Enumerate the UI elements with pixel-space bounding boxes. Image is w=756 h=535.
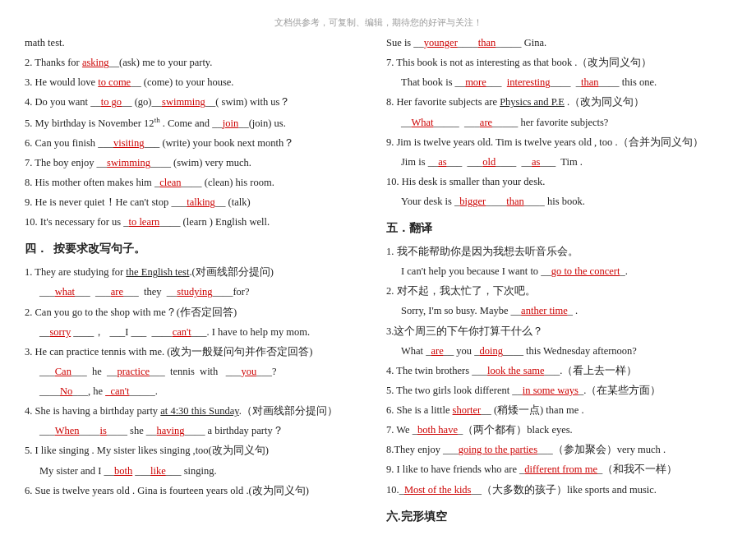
answer-most-of-kids: Most of the kids — [404, 484, 472, 496]
answer-interesting: interesting — [507, 76, 551, 88]
item-7: 7. The boy enjoy __swimming____ (swim) v… — [25, 154, 370, 173]
item-2: 2. Thanks for asking__(ask) me to your p… — [25, 53, 370, 72]
r-sue-line: Sue is __younger____than_____ Gina. — [386, 34, 731, 53]
underline-text-3: Physics and P.E — [500, 96, 565, 108]
s4-item-1-a: ___what___ ___are___ they __studying____… — [25, 283, 370, 302]
answer-what-1: what — [55, 286, 75, 297]
answer-anther-time: anther time — [521, 305, 568, 316]
s4-item-3-a1: ___Can___ he __practice___ tennis with _… — [25, 362, 370, 381]
answer-younger: younger — [424, 37, 458, 48]
r-item-10-q: 10. His desk is smaller than your desk. — [386, 173, 731, 191]
answer-join: join — [223, 118, 238, 129]
item-8: 8. His mother often makes him _clean____… — [25, 173, 370, 192]
s4-item-5-q: 5. I like singing . My sister likes sing… — [25, 441, 370, 460]
answer-than-2: than — [581, 76, 599, 88]
underline-text-2: at 4:30 this Sunday — [160, 405, 238, 417]
item-4: 4. Do you want __to go__ (go)__swimming_… — [25, 93, 370, 112]
item-5: 5. My birthday is November 12th . Come a… — [25, 113, 370, 133]
answer-asking: asking — [82, 57, 109, 68]
s5-item-2-a: Sorry, I'm so busy. Maybe __anther time_… — [386, 302, 731, 321]
answer-to-go: to go — [101, 96, 122, 108]
answer-practice: practice — [117, 366, 150, 377]
answer-what-2: What — [412, 117, 434, 128]
s5-item-8: 8.They enjoy ___going to the parties___（… — [386, 440, 731, 459]
s4-item-2-a: __sorry ____， ___I ___ ____can't___. I h… — [25, 323, 370, 342]
answer-is: is — [100, 425, 107, 436]
answer-shorter: shorter — [453, 404, 482, 416]
underline-text-1: the English test — [126, 266, 189, 278]
s5-item-3-q: 3.这个周三的下午你打算干什么？ — [386, 322, 731, 341]
answer-are-2: are — [480, 117, 492, 128]
s4-item-1-q: 1. They are studying for the English tes… — [25, 263, 370, 282]
s5-item-1-q: 1. 我不能帮助你是因为我想去听音乐会。 — [386, 242, 731, 261]
answer-cant-2: _can't — [105, 385, 129, 397]
s4-item-4-q: 4. She is having a birthday party at 4:3… — [25, 402, 370, 421]
answer-as-2: as — [532, 156, 540, 168]
answer-like: like — [150, 465, 166, 477]
s5-item-10: 10._Most of the kids__（大多数的孩子）like sport… — [386, 481, 731, 500]
watermark: 文档供参考，可复制、编辑，期待您的好评与关注！ — [25, 16, 731, 29]
left-column: math test. 2. Thanks for asking__(ask) m… — [25, 34, 370, 531]
answer-sorry: sorry — [50, 326, 71, 338]
answer-doing: doing — [479, 345, 502, 357]
answer-go-concert: go to the concert — [551, 265, 620, 277]
r-item-9-a: Jim is __as___ ___old____ __as___ Tim . — [386, 153, 731, 172]
s5-item-6: 6. She is a little shorter__ (稍矮一点) than… — [386, 401, 731, 420]
s4-item-4-a: ___When____is____ she __having____ a bir… — [25, 422, 370, 440]
r-item-7-a: That book is __more___ interesting____ _… — [386, 73, 731, 92]
section6-title: 六.完形填空 — [386, 506, 731, 528]
answer-going-parties: going to the parties — [459, 444, 537, 455]
right-column: Sue is __younger____than_____ Gina. 7. T… — [386, 34, 731, 531]
answer-as-1: as — [438, 156, 446, 168]
answer-are-3: are — [431, 345, 443, 357]
answer-different-from-me: different from me — [524, 464, 597, 475]
s5-item-4: 4. The twin brothers ___look the same___… — [386, 362, 731, 380]
s5-item-3-a: What _are__ you _doing____ this Wednesda… — [386, 342, 731, 361]
s4-item-6-q: 6. Sue is twelve years old . Gina is fou… — [25, 482, 370, 500]
answer-than-3: than — [506, 196, 524, 207]
two-column-layout: math test. 2. Thanks for asking__(ask) m… — [25, 34, 731, 531]
intro-text: math test. — [25, 34, 370, 53]
answer-bigger: bigger — [459, 196, 486, 207]
r-item-8-q: 8. Her favorite subjects are Physics and… — [386, 93, 731, 112]
answer-to-learn: to learn — [129, 216, 160, 228]
s4-item-5-a: My sister and I __both ___like___ singin… — [25, 462, 370, 481]
r-item-8-a: __What_____ ___are_____ her favorite sub… — [386, 113, 731, 132]
answer-to-come: to come — [98, 76, 131, 88]
answer-having: having — [156, 425, 184, 436]
answer-old: old — [482, 156, 496, 168]
answer-you: you — [241, 366, 256, 377]
section4-title: 四． 按要求改写句子。 — [25, 238, 370, 260]
answer-can: Can — [55, 366, 71, 377]
item-6: 6. Can you finish ___visiting___ (write)… — [25, 134, 370, 153]
s5-item-9: 9. I like to have friends who are _diffe… — [386, 460, 731, 479]
answer-visiting: visiting — [113, 137, 145, 149]
answer-talking: talking — [187, 196, 215, 208]
s5-item-2-q: 2. 对不起，我太忙了，下次吧。 — [386, 282, 731, 301]
answer-no: No — [60, 385, 72, 397]
answer-studying: studying — [177, 286, 212, 297]
s5-item-7: 7. We _both have_（两个都有）black eyes. — [386, 421, 731, 440]
answer-in-some-ways: in some ways — [523, 385, 579, 396]
answer-swimming-2: swimming — [107, 157, 150, 168]
s4-item-2-q: 2. Can you go to the shop with me？(作否定回答… — [25, 303, 370, 322]
answer-look-same: look the same — [487, 365, 544, 376]
page: 文档供参考，可复制、编辑，期待您的好评与关注！ math test. 2. Th… — [0, 8, 756, 535]
answer-than-1: than — [478, 37, 496, 48]
r-item-9-q: 9. Jim is twelve years old. Tim is twelv… — [386, 133, 731, 152]
r-item-10-a: Your desk is _bigger____than____ his boo… — [386, 192, 731, 211]
item-9: 9. He is never quiet！He can't stop ___ta… — [25, 193, 370, 212]
s5-item-1-a: I can't help you because I want to __go … — [386, 262, 731, 281]
answer-when: When — [55, 425, 80, 436]
answer-both-have: both have — [417, 424, 458, 436]
answer-clean: clean — [159, 177, 181, 188]
s4-item-3-a2: ____No___, he _can't_____. — [25, 382, 370, 401]
answer-more: more — [465, 76, 486, 88]
item-10: 10. It's necessary for us _to learn____ … — [25, 213, 370, 232]
answer-swimming-1: swimming — [162, 96, 205, 108]
answer-cant-1: can't — [173, 326, 191, 338]
r-item-7-q: 7. This book is not as interesting as th… — [386, 53, 731, 72]
answer-both: both — [114, 465, 132, 477]
item-3: 3. He would love to come__ (come) to you… — [25, 73, 370, 92]
s4-item-3-q: 3. He can practice tennis with me. (改为一般… — [25, 343, 370, 362]
